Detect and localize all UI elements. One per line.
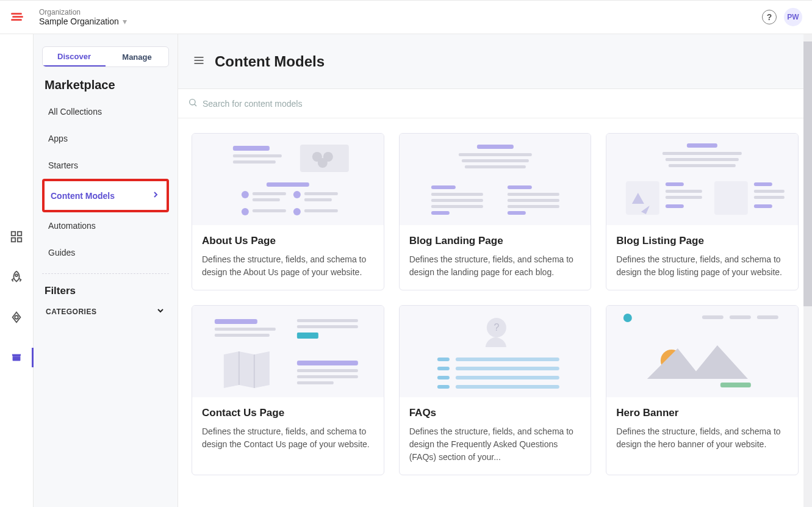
filters-categories[interactable]: CATEGORIES	[42, 306, 169, 317]
rocket-icon[interactable]	[9, 270, 24, 284]
sidebar-tabs: Discover Manage	[42, 46, 169, 67]
svg-rect-45	[507, 205, 559, 208]
svg-rect-57	[754, 182, 772, 186]
svg-rect-37	[431, 185, 455, 189]
svg-point-21	[318, 158, 328, 168]
card-grid: About Us Page Defines the structure, fie…	[178, 118, 812, 507]
card-thumb	[606, 306, 798, 397]
dashboard-icon[interactable]	[9, 229, 24, 244]
tab-manage[interactable]: Manage	[106, 47, 168, 67]
svg-rect-66	[297, 333, 318, 339]
svg-rect-25	[253, 198, 280, 201]
svg-rect-59	[754, 196, 785, 199]
sidebar-divider	[42, 273, 169, 274]
svg-rect-24	[253, 192, 286, 195]
filters-heading: Filters	[45, 285, 169, 297]
svg-rect-44	[507, 199, 559, 202]
page-title: Content Models	[215, 53, 325, 70]
card-hero-banner[interactable]: Hero Banner Defines the structure, field…	[606, 305, 799, 475]
svg-rect-81	[437, 385, 449, 389]
sidebar-heading: Marketplace	[45, 78, 169, 92]
svg-rect-65	[297, 325, 358, 328]
svg-rect-17	[233, 160, 276, 164]
svg-rect-41	[431, 211, 449, 215]
card-title: Blog Landing Page	[409, 235, 581, 247]
svg-rect-40	[431, 205, 483, 208]
sidebar-item-starters[interactable]: Starters	[42, 152, 169, 179]
sidebar-item-all-collections[interactable]: All Collections	[42, 98, 169, 125]
svg-rect-34	[458, 153, 531, 156]
models-icon[interactable]	[9, 310, 24, 325]
card-desc: Defines the structure, fields, and schem…	[409, 253, 581, 279]
svg-point-31	[293, 208, 301, 215]
card-blog-listing[interactable]: Blog Listing Page Defines the structure,…	[606, 133, 799, 290]
svg-rect-75	[437, 358, 449, 361]
svg-rect-49	[666, 158, 739, 161]
scrollbar-thumb[interactable]	[803, 41, 812, 306]
sidebar-item-label: Apps	[48, 134, 68, 143]
sidebar-item-label: Content Models	[51, 191, 115, 201]
card-thumb	[192, 306, 384, 397]
svg-rect-28	[304, 198, 332, 201]
svg-rect-38	[431, 193, 483, 196]
svg-rect-86	[757, 315, 778, 319]
card-faqs[interactable]: ? FAQs Defines the structure, fiel	[399, 305, 592, 475]
main-header: Content Models	[178, 34, 812, 89]
card-desc: Defines the structure, fields, and schem…	[202, 425, 374, 451]
svg-rect-63	[215, 334, 270, 337]
card-blog-landing[interactable]: Blog Landing Page Defines the structure,…	[399, 133, 592, 290]
user-avatar[interactable]: PW	[784, 8, 802, 26]
sidebar-item-content-models[interactable]: Content Models	[42, 179, 169, 212]
menu-icon[interactable]	[193, 54, 205, 68]
svg-point-26	[293, 191, 301, 198]
svg-rect-42	[507, 185, 531, 189]
svg-rect-46	[507, 211, 525, 215]
sidebar-item-apps[interactable]: Apps	[42, 125, 169, 152]
svg-rect-58	[754, 190, 785, 193]
svg-rect-32	[304, 209, 338, 212]
card-desc: Defines the structure, fields, and schem…	[202, 253, 374, 279]
search-input[interactable]	[203, 99, 802, 109]
main: Content Models	[178, 34, 812, 507]
svg-rect-52	[666, 182, 684, 186]
sidebar-item-automations[interactable]: Automations	[42, 212, 169, 239]
card-desc: Defines the structure, fields, and schem…	[616, 425, 788, 451]
svg-rect-62	[215, 328, 276, 331]
svg-text:?: ?	[494, 322, 499, 333]
scrollbar[interactable]	[803, 34, 812, 507]
svg-rect-60	[754, 204, 772, 208]
card-thumb	[192, 134, 384, 225]
svg-rect-79	[437, 376, 449, 379]
svg-rect-78	[455, 367, 559, 370]
sidebar-item-guides[interactable]: Guides	[42, 239, 169, 266]
help-icon[interactable]: ?	[762, 10, 777, 24]
svg-rect-53	[666, 190, 702, 193]
marketplace-icon[interactable]	[9, 350, 24, 365]
svg-line-14	[195, 104, 196, 106]
svg-rect-76	[455, 358, 559, 361]
card-title: About Us Page	[202, 235, 374, 247]
svg-rect-70	[297, 369, 358, 372]
card-contact-us[interactable]: Contact Us Page Defines the structure, f…	[192, 305, 384, 475]
svg-point-13	[190, 99, 195, 105]
svg-rect-54	[666, 196, 702, 199]
svg-rect-0	[11, 13, 22, 15]
tab-discover[interactable]: Discover	[43, 47, 106, 67]
svg-rect-85	[730, 315, 751, 319]
svg-rect-55	[666, 204, 684, 208]
svg-rect-71	[297, 375, 358, 378]
svg-rect-22	[267, 182, 309, 187]
org-selector[interactable]: Organization Sample Organization ▾	[39, 8, 127, 26]
card-thumb	[400, 134, 591, 225]
app-logo	[10, 10, 24, 24]
svg-rect-15	[233, 146, 270, 151]
card-title: Hero Banner	[616, 407, 788, 419]
card-about-us[interactable]: About Us Page Defines the structure, fie…	[192, 133, 384, 290]
svg-rect-16	[233, 154, 282, 157]
svg-rect-82	[455, 385, 559, 389]
svg-rect-35	[461, 159, 528, 162]
svg-rect-27	[304, 192, 338, 195]
svg-rect-36	[464, 165, 525, 168]
svg-point-29	[242, 208, 249, 215]
card-title: FAQs	[409, 407, 581, 419]
